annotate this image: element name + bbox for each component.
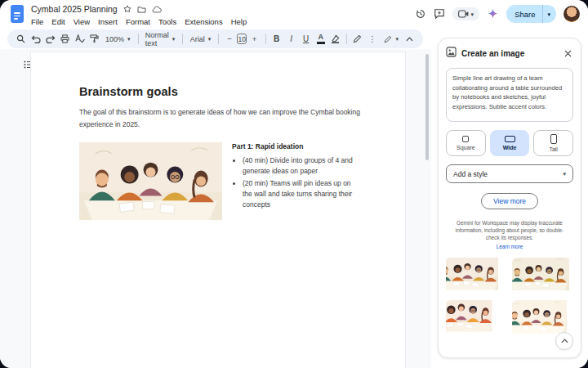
more-options-icon[interactable]: ⋮ [365, 32, 379, 46]
underline-button[interactable]: U [299, 32, 313, 46]
menu-file[interactable]: File [27, 16, 47, 27]
pen-icon [384, 35, 392, 43]
spellcheck-icon[interactable] [73, 32, 87, 46]
aspect-wide-button[interactable]: Wide [490, 130, 530, 156]
paragraph-style-select[interactable]: Normal text ▾ [142, 31, 179, 47]
avatar[interactable] [564, 6, 580, 22]
search-icon[interactable] [14, 32, 28, 46]
bullet-list: (40 min) Divide into groups of 4 and gen… [232, 155, 354, 210]
chevron-down-icon: ▾ [547, 11, 550, 17]
panel-title: Create an image [461, 49, 557, 58]
chevron-down-icon: ▾ [208, 36, 212, 42]
font-size-decrease-button[interactable]: − [222, 32, 236, 46]
chevron-down-icon: ▾ [172, 36, 176, 42]
chevron-down-icon: ▾ [471, 11, 474, 17]
document-page[interactable]: Brainstorm goals The goal of this brains… [31, 52, 405, 368]
chevron-down-icon: ▾ [127, 36, 131, 42]
view-more-button[interactable]: View more [481, 193, 538, 209]
comment-icon[interactable] [434, 8, 445, 20]
result-image-1[interactable] [446, 258, 507, 295]
chevron-up-icon [561, 339, 568, 343]
cloud-status-icon[interactable] [152, 6, 162, 13]
bullet-item: (40 min) Divide into groups of 4 and gen… [243, 155, 354, 177]
aspect-ratio-options: Square Wide Tall [446, 130, 573, 156]
camera-icon [458, 10, 469, 18]
inline-illustration-image[interactable] [79, 141, 222, 221]
aspect-tall-button[interactable]: Tall [533, 130, 573, 156]
toolbar-collapse-button[interactable] [403, 32, 416, 46]
document-area: Brainstorm goals The goal of this brains… [0, 49, 431, 368]
doc-heading: Brainstorm goals [79, 85, 361, 98]
image-prompt-input[interactable]: Simple line art drawing of a team collab… [446, 68, 573, 122]
italic-button[interactable]: I [284, 32, 298, 46]
font-size-input[interactable]: 10 [237, 34, 246, 44]
disclaimer-text: Gemini for Workspace may display inaccur… [446, 219, 573, 241]
zoom-select[interactable]: 100% ▾ [102, 35, 134, 43]
redo-icon[interactable] [43, 32, 57, 46]
chevron-down-icon: ▾ [395, 36, 399, 42]
collapse-panel-button[interactable] [555, 332, 573, 350]
print-icon[interactable] [58, 32, 72, 46]
menu-edit[interactable]: Edit [47, 16, 69, 27]
aspect-label: Tall [549, 146, 558, 152]
star-icon[interactable] [123, 5, 131, 13]
tall-icon [550, 134, 557, 144]
move-folder-icon[interactable] [137, 6, 146, 13]
bold-button[interactable]: B [270, 32, 283, 46]
result-image-2[interactable] [512, 258, 573, 295]
menu-view[interactable]: View [69, 16, 94, 27]
close-icon[interactable] [562, 47, 573, 59]
chevron-down-icon: ▾ [563, 171, 566, 177]
generated-images-grid [446, 258, 573, 338]
square-icon [462, 136, 469, 142]
learn-more-link[interactable]: Learn more [446, 244, 573, 249]
aspect-label: Square [457, 145, 475, 150]
scrollbar[interactable] [425, 54, 429, 160]
part-title: Part 1: Rapid ideation [232, 142, 354, 150]
create-image-panel: Create an image Simple line art drawing … [438, 38, 581, 358]
text-color-button[interactable]: A [314, 32, 327, 46]
editing-mode-select[interactable]: ▾ [381, 35, 402, 43]
paint-format-icon[interactable] [87, 32, 101, 46]
menubar: File Edit View Insert Format Tools Exten… [27, 16, 251, 27]
zoom-value: 100% [105, 35, 124, 43]
font-size-increase-button[interactable]: + [247, 32, 261, 46]
gemini-sparkle-icon[interactable] [487, 8, 499, 20]
version-history-icon[interactable] [415, 8, 426, 20]
share-button-label[interactable]: Share [506, 5, 542, 23]
aspect-square-button[interactable]: Square [446, 130, 486, 156]
result-image-3[interactable] [446, 300, 507, 338]
menu-extensions[interactable]: Extensions [180, 16, 226, 27]
text-color-letter: A [318, 34, 323, 41]
docs-logo-icon[interactable] [11, 5, 24, 23]
menu-tools[interactable]: Tools [154, 16, 180, 27]
font-value: Arial [190, 35, 205, 43]
menu-help[interactable]: Help [227, 16, 252, 27]
image-icon [446, 46, 457, 61]
paragraph-style-value: Normal text [145, 31, 169, 47]
menu-format[interactable]: Format [122, 16, 154, 27]
document-title[interactable]: Cymbal 2025 Planning [31, 4, 118, 14]
undo-icon[interactable] [29, 32, 42, 46]
style-select-value: Add a style [453, 170, 488, 178]
text-color-bar [317, 42, 325, 44]
share-button[interactable]: Share ▾ [506, 5, 556, 23]
meet-camera-button[interactable]: ▾ [452, 7, 480, 20]
aspect-label: Wide [503, 145, 517, 150]
bullet-item: (20 min) Teams will pin ideas up on the … [243, 178, 354, 210]
doc-intro-paragraph: The goal of this brainstorm is to genera… [79, 106, 362, 131]
app-window: Cymbal 2025 Planning File Edit View Inse… [0, 0, 588, 368]
menu-insert[interactable]: Insert [94, 16, 122, 27]
wide-icon [505, 136, 515, 142]
font-select[interactable]: Arial ▾ [187, 35, 215, 43]
highlight-button[interactable] [328, 32, 342, 46]
style-select[interactable]: Add a style ▾ [446, 164, 573, 183]
share-dropdown[interactable]: ▾ [542, 5, 556, 23]
topbar: Cymbal 2025 Planning File Edit View Inse… [0, 0, 588, 28]
edit-pen-icon[interactable] [350, 32, 364, 46]
sidebar: Create an image Simple line art drawing … [431, 28, 588, 368]
toolbar: 100% ▾ Normal text ▾ Arial ▾ − 10 + B I … [7, 29, 423, 48]
